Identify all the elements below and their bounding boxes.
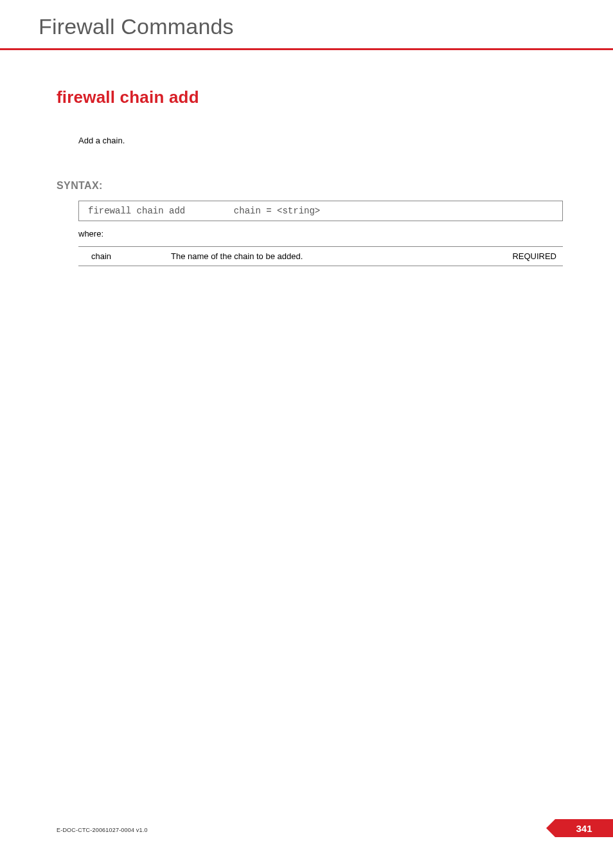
syntax-box: firewall chain add chain = <string> <box>78 201 563 221</box>
command-description: Add a chain. <box>78 136 556 145</box>
page-number-flag: 341 <box>555 819 613 837</box>
parameters-table: chain The name of the chain to be added.… <box>78 246 563 266</box>
param-name: chain <box>78 247 168 266</box>
where-label: where: <box>78 229 556 239</box>
page-number: 341 <box>576 823 592 834</box>
table-row: chain The name of the chain to be added.… <box>78 247 563 266</box>
param-description: The name of the chain to be added. <box>168 247 492 266</box>
document-id: E-DOC-CTC-20061027-0004 v1.0 <box>57 827 148 833</box>
section-title: Firewall Commands <box>39 14 613 39</box>
command-title: firewall chain add <box>57 87 556 107</box>
param-required: REQUIRED <box>492 247 563 266</box>
syntax-label: SYNTAX: <box>57 180 556 192</box>
page-footer: E-DOC-CTC-20061027-0004 v1.0 341 <box>0 819 613 837</box>
syntax-line: firewall chain add chain = <string> <box>88 206 320 216</box>
